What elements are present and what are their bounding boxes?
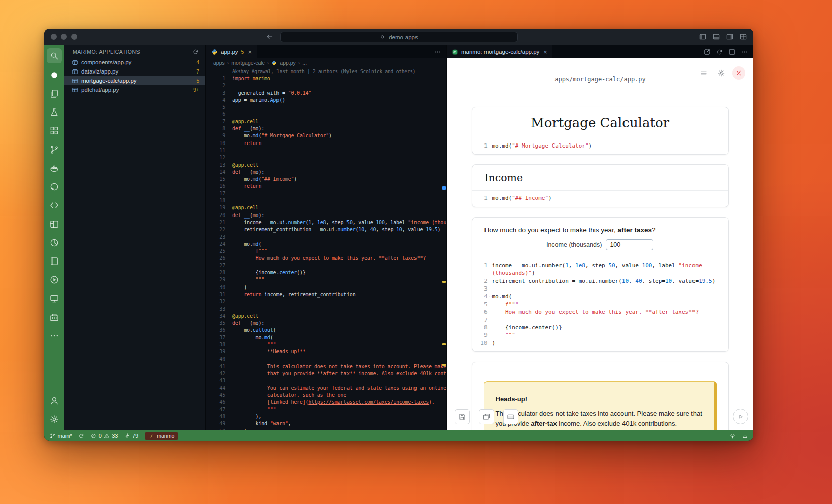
code-line[interactable]: 24 mo.md( bbox=[206, 241, 446, 248]
github-icon[interactable] bbox=[44, 177, 64, 196]
search-icon[interactable] bbox=[47, 48, 62, 63]
code-line[interactable]: 46 [linked here](https://smartasset.com/… bbox=[206, 399, 446, 406]
code-line[interactable]: 14def __(mo): bbox=[206, 169, 446, 176]
copy-button[interactable] bbox=[479, 409, 494, 424]
code-line[interactable]: 8def __(mo): bbox=[206, 125, 446, 132]
code-line[interactable]: 37 mo.md( bbox=[206, 334, 446, 341]
refresh-icon[interactable] bbox=[192, 48, 199, 55]
customize-layout-icon[interactable] bbox=[739, 33, 747, 41]
python-env-badge[interactable]: marimo bbox=[145, 432, 178, 440]
code-line[interactable]: 10 return bbox=[206, 140, 446, 147]
app-settings-button[interactable] bbox=[715, 66, 728, 80]
code-line[interactable]: 6 How much do you expect to make this ye… bbox=[472, 308, 728, 316]
code-line[interactable]: 1import marimo bbox=[206, 75, 446, 82]
settings-gear-icon[interactable] bbox=[44, 410, 64, 428]
editor-actions-more-icon[interactable] bbox=[434, 48, 441, 56]
code-line[interactable]: 28 {income.center()} bbox=[206, 269, 446, 276]
code-line[interactable]: 18 bbox=[206, 197, 446, 204]
code-line[interactable]: 4mo.md( bbox=[472, 293, 728, 300]
breadcrumb-apps[interactable]: apps bbox=[213, 60, 225, 66]
code-line[interactable]: 1income = mo.ui.number(1, 1e8, step=50, … bbox=[472, 262, 728, 277]
code-line[interactable]: 4app = marimo.App() bbox=[206, 97, 446, 104]
notebook-icon[interactable] bbox=[44, 252, 64, 270]
code-line[interactable]: 6 bbox=[206, 111, 446, 118]
code-line[interactable]: 5 bbox=[206, 104, 446, 111]
gauge-icon[interactable] bbox=[44, 233, 64, 252]
gitlens-blame[interactable]: Akshay Agrawal, last month | 2 authors (… bbox=[206, 67, 446, 75]
keyboard-shortcuts-button[interactable] bbox=[503, 409, 518, 424]
code-line[interactable]: 5 f""" bbox=[472, 301, 728, 308]
code-line[interactable]: 26 How much do you expect to make this y… bbox=[206, 255, 446, 262]
toggle-sidebar-right-icon[interactable] bbox=[726, 33, 734, 41]
editor-actions-more-icon[interactable] bbox=[741, 48, 748, 56]
save-button[interactable] bbox=[455, 409, 470, 424]
code-line[interactable]: 13@app.cell bbox=[206, 162, 446, 169]
code-line[interactable]: 1mo.md("# Mortgage Calculator") bbox=[472, 142, 728, 150]
tab-marimo-preview[interactable]: marimo: mortgage-calc/app.py × bbox=[447, 45, 553, 58]
fold-chevron-icon[interactable] bbox=[488, 294, 493, 299]
code-line[interactable]: 29 """ bbox=[206, 276, 446, 283]
code-line[interactable]: 10) bbox=[472, 339, 728, 347]
menu-button[interactable] bbox=[697, 66, 710, 80]
cell-code[interactable]: 1mo.md("# Mortgage Calculator") bbox=[472, 138, 728, 154]
explorer-icon[interactable] bbox=[44, 84, 64, 103]
code-line[interactable]: 36 mo.callout( bbox=[206, 327, 446, 334]
code-line[interactable]: 2retirement_contribution = mo.ui.number(… bbox=[472, 277, 728, 285]
source-control-icon[interactable] bbox=[44, 140, 64, 159]
git-sync-status[interactable] bbox=[78, 433, 85, 439]
command-center-search[interactable]: demo-apps bbox=[280, 32, 518, 42]
run-button[interactable] bbox=[733, 409, 748, 424]
code-line[interactable]: 41 This calculator does not take taxes i… bbox=[206, 363, 446, 370]
marimo-view-icon[interactable] bbox=[44, 65, 64, 84]
breadcrumb-folder[interactable]: mortgage-calc bbox=[231, 60, 265, 66]
code-line[interactable]: 21 income = mo.ui.number(1, 1e8, step=50… bbox=[206, 219, 446, 226]
code-line[interactable]: 27 bbox=[206, 262, 446, 269]
code-line[interactable]: 1mo.md("## Income") bbox=[472, 194, 728, 202]
code-line[interactable]: 38 """ bbox=[206, 341, 446, 348]
code-line[interactable]: 19@app.cell bbox=[206, 204, 446, 211]
code-line[interactable]: 3 bbox=[472, 285, 728, 293]
code-line[interactable]: 43 bbox=[206, 377, 446, 384]
code-line[interactable]: 2 bbox=[206, 82, 446, 89]
cell-code[interactable]: 1mo.md("## Income") bbox=[472, 190, 728, 206]
containers-icon[interactable] bbox=[44, 308, 64, 326]
code-line[interactable]: 9 mo.md("# Mortgage Calculator") bbox=[206, 132, 446, 139]
code-line[interactable]: 44 You can estimate your federal and sta… bbox=[206, 385, 446, 392]
code-editor[interactable]: Akshay Agrawal, last month | 2 authors (… bbox=[206, 67, 446, 430]
layout-view-icon[interactable] bbox=[44, 214, 64, 233]
code-line[interactable]: 3__generated_with = "0.0.14" bbox=[206, 90, 446, 97]
code-line[interactable]: 7@app.cell bbox=[206, 118, 446, 125]
snippets-icon[interactable] bbox=[44, 196, 64, 214]
breadcrumb-file[interactable]: app.py bbox=[280, 60, 296, 66]
sidebar-item[interactable]: pdfchat/app.py9+ bbox=[64, 85, 205, 94]
code-line[interactable]: 8 {income.center()} bbox=[472, 324, 728, 331]
code-line[interactable]: 25 f""" bbox=[206, 248, 446, 255]
code-line[interactable]: 31 return income, retirement_contributio… bbox=[206, 291, 446, 298]
sidebar-item[interactable]: components/app.py4 bbox=[64, 58, 205, 67]
tab-app-py[interactable]: app.py 5 × bbox=[206, 45, 257, 58]
code-line[interactable]: 47 """ bbox=[206, 406, 446, 413]
code-line[interactable]: 39 **Heads-up!** bbox=[206, 348, 446, 355]
git-branch-status[interactable]: main* bbox=[49, 433, 72, 439]
reload-preview-icon[interactable] bbox=[716, 48, 723, 56]
code-line[interactable]: 45 calculator, such as the one bbox=[206, 392, 446, 399]
code-line[interactable]: 33 bbox=[206, 306, 446, 313]
code-line[interactable]: 11 bbox=[206, 147, 446, 154]
code-line[interactable]: 49 kind="warn", bbox=[206, 420, 446, 427]
code-line[interactable]: 22 retirement_contribution = mo.ui.numbe… bbox=[206, 226, 446, 233]
code-line[interactable]: 48 ), bbox=[206, 413, 446, 420]
code-line[interactable]: 40 bbox=[206, 356, 446, 363]
shutdown-button[interactable] bbox=[732, 66, 745, 80]
sidebar-item[interactable]: dataviz/app.py7 bbox=[64, 67, 205, 76]
run-icon[interactable] bbox=[44, 270, 64, 289]
code-line[interactable]: 30 ) bbox=[206, 284, 446, 291]
problems-status[interactable]: 0 33 bbox=[90, 433, 118, 439]
docker-icon[interactable] bbox=[44, 159, 64, 177]
code-line[interactable]: 50 ) bbox=[206, 428, 446, 430]
code-line[interactable]: 42 that you provide **after-tax** income… bbox=[206, 370, 446, 377]
income-input[interactable] bbox=[606, 239, 653, 250]
code-line[interactable]: 23 bbox=[206, 234, 446, 241]
code-line[interactable]: 15 mo.md("## Income") bbox=[206, 176, 446, 183]
code-line[interactable]: 20def __(mo): bbox=[206, 212, 446, 219]
remote-monitor-icon[interactable] bbox=[44, 289, 64, 308]
